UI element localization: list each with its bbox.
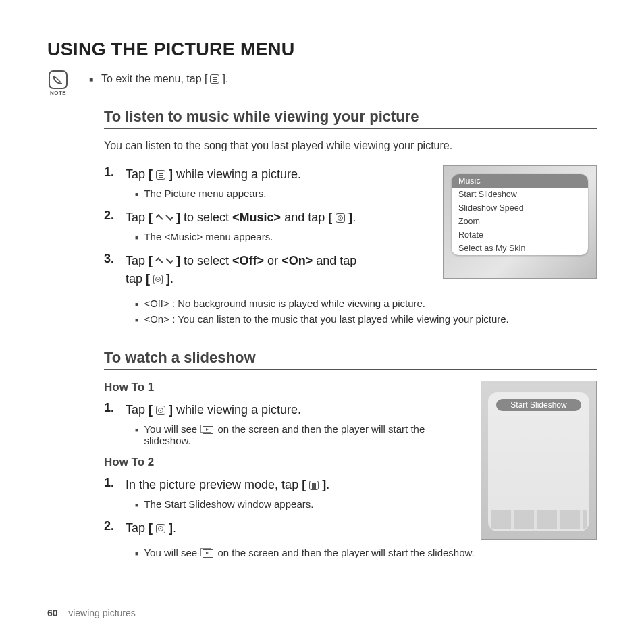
step-text: to select	[180, 254, 232, 267]
note-label: NOTE	[50, 90, 66, 96]
page-footer: 60 _ viewing pictures	[47, 608, 136, 618]
menu-button-icon	[309, 481, 319, 490]
step-text: .	[326, 478, 329, 491]
menu-button-icon	[210, 74, 219, 84]
step-text: to select	[180, 211, 232, 224]
step-text: Tap	[126, 167, 149, 181]
select-button-icon	[336, 213, 345, 223]
slideshow-icon	[200, 425, 215, 434]
step-text: Tap	[126, 211, 149, 224]
menu-item-music[interactable]: Music	[452, 174, 588, 188]
step-text: while viewing a picture.	[173, 167, 301, 181]
section1-intro: You can listen to the song that you last…	[104, 140, 597, 152]
step: 1. In the picture preview mode, tap [ ].…	[104, 476, 468, 510]
note-text: ■ To exit the menu, tap [ ].	[76, 73, 228, 85]
section1-heading: To listen to music while viewing your pi…	[104, 108, 597, 129]
step-text: .	[352, 211, 356, 224]
select-button-icon	[156, 524, 165, 533]
picture-menu-popup: Music Start Slideshow Slideshow Speed Zo…	[452, 174, 588, 255]
note-badge: NOTE	[49, 70, 68, 96]
step: 1. Tap [ ] while viewing a picture. ■The…	[104, 165, 435, 199]
step: 2. Tap [ ] to select <Music> and tap [ ]…	[104, 209, 435, 242]
step-number: 1.	[104, 401, 119, 446]
page-title: USING THE PICTURE MENU	[47, 39, 597, 63]
step: 3. Tap [ ] to select <Off> or <On> and t…	[104, 252, 435, 288]
step-text: Tap	[126, 403, 149, 417]
note-text-post: ].	[222, 73, 228, 85]
step-bold: <On>	[281, 254, 313, 267]
sub-text: The Picture menu appears.	[144, 188, 266, 199]
step-text: Tap	[126, 521, 149, 535]
menu-item-select-skin[interactable]: Select as My Skin	[452, 242, 588, 255]
chevron-down-icon	[165, 213, 173, 220]
footer-section-name: viewing pictures	[68, 608, 136, 618]
step-text: and tap	[281, 211, 328, 224]
step-number: 1.	[104, 476, 119, 510]
step-text: or	[264, 254, 281, 267]
sub-text: You will see on the screen and then the …	[144, 547, 474, 558]
step-number: 1.	[104, 165, 119, 199]
select-button-icon	[153, 275, 163, 284]
note-row: NOTE ■ To exit the menu, tap [ ].	[49, 70, 597, 96]
chevron-up-icon	[155, 214, 163, 221]
start-slideshow-pill[interactable]: Start Slideshow	[496, 399, 581, 411]
menu-button-icon	[156, 170, 165, 180]
section2-heading: To watch a slideshow	[104, 349, 597, 370]
select-button-icon	[156, 406, 165, 415]
sub-bullet: ■<Off> : No background music is played w…	[126, 298, 597, 309]
step-text: and tap	[313, 254, 356, 267]
note-icon	[49, 70, 68, 89]
slideshow-icon	[200, 548, 215, 558]
step-text: while viewing a picture.	[173, 403, 301, 417]
step-bold: <Off>	[232, 254, 264, 267]
sub-bullet: ■You will see on the screen and then the…	[126, 547, 597, 558]
device-screenshot-picture-menu: Music Start Slideshow Slideshow Speed Zo…	[443, 165, 597, 279]
page-number: 60	[47, 608, 58, 618]
sub-text: You will see on the screen and then the …	[144, 423, 468, 446]
sub-bullet: ■You will see on the screen and then the…	[126, 423, 468, 446]
menu-item-rotate[interactable]: Rotate	[452, 228, 588, 242]
menu-item-start-slideshow[interactable]: Start Slideshow	[452, 188, 588, 201]
sub-text: The <Music> menu appears.	[144, 231, 273, 242]
menu-item-zoom[interactable]: Zoom	[452, 215, 588, 228]
menu-item-slideshow-speed[interactable]: Slideshow Speed	[452, 201, 588, 215]
sub-bullet: ■<On> : You can listen to the music that…	[126, 313, 597, 325]
step-text: Tap	[126, 254, 149, 267]
note-text-pre: To exit the menu, tap [	[101, 73, 207, 85]
section1-body: Music Start Slideshow Slideshow Speed Zo…	[104, 165, 597, 325]
step: 2. Tap [ ].	[104, 519, 468, 537]
step-bold: <Music>	[232, 211, 281, 224]
thumbnail-strip	[491, 510, 587, 529]
step-text: .	[170, 272, 173, 286]
step-number: 3.	[104, 252, 119, 288]
sub-bullet: ■The Picture menu appears.	[126, 188, 435, 199]
chevron-up-icon	[155, 257, 163, 265]
sub-text: <Off> : No background music is played wh…	[144, 298, 425, 309]
section2-body: Start Slideshow How To 1 1. Tap [ ] whil…	[104, 381, 597, 537]
step-text: .	[173, 521, 176, 535]
step-number: 2.	[104, 209, 119, 242]
step: 1. Tap [ ] while viewing a picture. ■You…	[104, 401, 468, 446]
sub-bullet: ■The <Music> menu appears.	[126, 231, 435, 242]
sub-text: The Start Slideshow window appears.	[144, 498, 313, 510]
step-number: 2.	[104, 519, 119, 537]
sub-text: <On> : You can listen to the music that …	[144, 313, 508, 325]
sub-bullet: ■The Start Slideshow window appears.	[126, 498, 468, 510]
device-screenshot-slideshow: Start Slideshow	[481, 381, 597, 540]
chevron-down-icon	[165, 256, 173, 263]
step-text: In the picture preview mode, tap	[126, 478, 302, 491]
